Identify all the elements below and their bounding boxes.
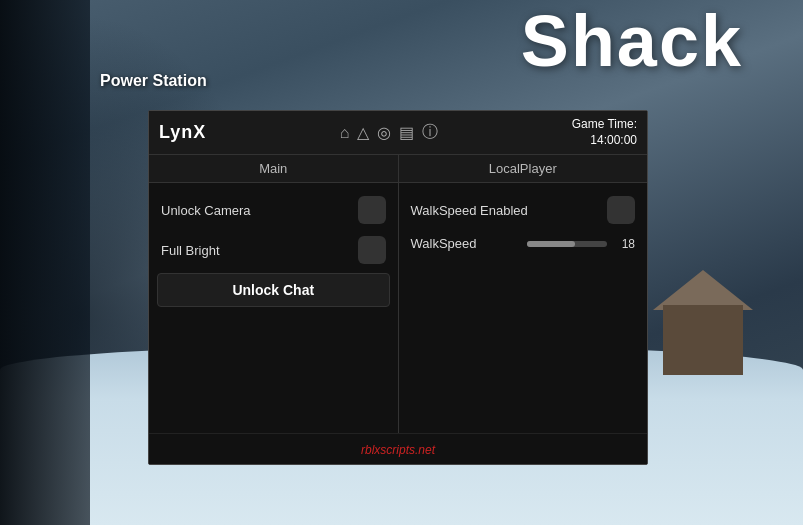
home-icon[interactable]: ⌂ bbox=[340, 124, 350, 142]
power-station-label: Power Station bbox=[100, 72, 207, 90]
walkspeed-enabled-row: WalkSpeed Enabled bbox=[407, 191, 640, 229]
game-window: LynX ⌂ △ ◎ ▤ ⓘ Game Time: 14:00:00 Main … bbox=[148, 110, 648, 465]
localplayer-panel: WalkSpeed Enabled WalkSpeed 18 bbox=[399, 183, 648, 433]
walkspeed-enabled-toggle[interactable] bbox=[607, 196, 635, 224]
unlock-camera-label: Unlock Camera bbox=[161, 203, 251, 218]
tab-main[interactable]: Main bbox=[149, 155, 399, 182]
walkspeed-slider-row: WalkSpeed 18 bbox=[407, 231, 640, 256]
tab-bar: Main LocalPlayer bbox=[149, 155, 647, 183]
walkspeed-enabled-label: WalkSpeed Enabled bbox=[411, 203, 528, 218]
tab-localplayer[interactable]: LocalPlayer bbox=[399, 155, 648, 182]
content-area: Unlock Camera Full Bright Unlock Chat Wa… bbox=[149, 183, 647, 433]
full-bright-label: Full Bright bbox=[161, 243, 220, 258]
walkspeed-label: WalkSpeed bbox=[411, 236, 520, 251]
footer: rblxscripts.net bbox=[149, 433, 647, 464]
eye-icon[interactable]: ◎ bbox=[377, 123, 391, 142]
unlock-chat-button[interactable]: Unlock Chat bbox=[157, 273, 390, 307]
title-bar: LynX ⌂ △ ◎ ▤ ⓘ Game Time: 14:00:00 bbox=[149, 111, 647, 155]
walkspeed-slider-fill bbox=[527, 241, 575, 247]
full-bright-row: Full Bright bbox=[157, 231, 390, 269]
shack-title: Shack bbox=[521, 0, 743, 77]
unlock-camera-row: Unlock Camera bbox=[157, 191, 390, 229]
warning-icon[interactable]: △ bbox=[357, 123, 369, 142]
game-time-label: Game Time: bbox=[572, 117, 637, 133]
title-icons: ⌂ △ ◎ ▤ ⓘ bbox=[340, 122, 439, 143]
left-pillar bbox=[0, 0, 90, 525]
window-title: LynX bbox=[159, 122, 206, 143]
game-time: Game Time: 14:00:00 bbox=[572, 117, 637, 148]
background-building bbox=[643, 275, 763, 375]
game-time-value: 14:00:00 bbox=[572, 133, 637, 149]
building-body bbox=[663, 305, 743, 375]
layout-icon[interactable]: ▤ bbox=[399, 123, 414, 142]
full-bright-toggle[interactable] bbox=[358, 236, 386, 264]
info-icon[interactable]: ⓘ bbox=[422, 122, 438, 143]
building-roof bbox=[653, 270, 753, 310]
main-panel: Unlock Camera Full Bright Unlock Chat bbox=[149, 183, 399, 433]
footer-link[interactable]: rblxscripts.net bbox=[361, 443, 435, 457]
walkspeed-value: 18 bbox=[615, 237, 635, 251]
walkspeed-slider-track[interactable] bbox=[527, 241, 607, 247]
unlock-camera-toggle[interactable] bbox=[358, 196, 386, 224]
